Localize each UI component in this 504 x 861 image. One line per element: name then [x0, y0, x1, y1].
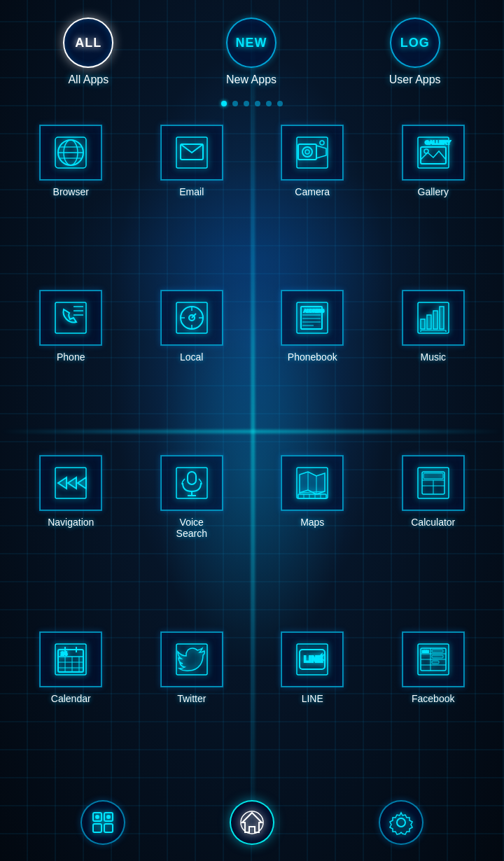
local-icon [174, 300, 210, 336]
svg-point-101 [397, 818, 405, 827]
svg-rect-96 [104, 824, 113, 832]
svg-marker-12 [316, 146, 326, 158]
local-label: Local [180, 351, 203, 363]
svg-point-97 [96, 816, 99, 818]
tab-all-label: All Apps [68, 74, 108, 86]
app-phone[interactable]: Phone [10, 284, 132, 442]
tab-user-label: User Apps [389, 74, 441, 86]
camera-label: Camera [295, 186, 330, 198]
svg-point-16 [424, 149, 428, 153]
line-icon-wrap: LINE [281, 631, 344, 687]
svg-point-11 [305, 150, 309, 154]
maps-icon-wrap [281, 455, 344, 511]
dot-1 [221, 101, 227, 106]
browser-icon [52, 134, 89, 171]
svg-rect-57 [298, 494, 326, 498]
svg-rect-68 [55, 644, 86, 675]
app-email[interactable]: Email [132, 119, 253, 277]
svg-text:■■■: ■■■ [422, 649, 428, 653]
svg-marker-47 [68, 477, 76, 489]
voice-search-icon [174, 465, 210, 501]
phonebook-label: Phonebook [288, 351, 337, 363]
dot-5 [266, 101, 272, 106]
svg-marker-99 [242, 813, 262, 832]
voice-search-label: VoiceSearch [176, 517, 207, 540]
line-label: LINE [302, 693, 323, 705]
tab-user-apps[interactable]: LOG User Apps [389, 18, 441, 86]
dot-3 [244, 101, 249, 106]
maps-icon [294, 465, 330, 501]
facebook-label: Facebook [412, 693, 454, 705]
svg-rect-38 [421, 319, 425, 329]
app-browser[interactable]: Browser [10, 119, 132, 277]
music-icon [415, 300, 451, 336]
app-calculator[interactable]: Calculator [373, 449, 494, 620]
app-calendar[interactable]: 24 Calendar [10, 626, 132, 784]
browser-label: Browser [53, 186, 89, 198]
gallery-label: Gallery [418, 186, 449, 198]
email-label: Email [179, 186, 204, 198]
bottom-settings-button[interactable] [379, 800, 424, 845]
phone-label: Phone [57, 351, 85, 363]
bottom-navigation [0, 791, 504, 861]
tab-user-circle: LOG [390, 18, 440, 68]
svg-marker-48 [78, 477, 86, 489]
email-icon-wrap [160, 125, 223, 181]
gear-icon [388, 810, 414, 835]
app-line[interactable]: LINE LINE [252, 626, 373, 784]
svg-rect-39 [427, 315, 431, 329]
dot-2 [232, 101, 238, 106]
grid-icon [90, 810, 115, 835]
page-indicators [0, 98, 504, 112]
app-phonebook[interactable]: ADDRESS Phonebook [252, 284, 373, 442]
svg-point-98 [107, 816, 110, 818]
calendar-icon: 24 [52, 641, 89, 678]
music-label: Music [420, 351, 446, 363]
phone-icon [52, 300, 89, 336]
phone-icon-wrap [39, 290, 102, 346]
camera-icon [294, 134, 330, 171]
app-voice-search[interactable]: VoiceSearch [132, 449, 253, 620]
svg-rect-90 [432, 650, 443, 652]
svg-point-13 [320, 141, 324, 145]
apps-grid: Browser Email [0, 112, 504, 791]
tab-bar: ALL All Apps NEW New Apps LOG User Apps [0, 0, 504, 98]
app-facebook[interactable]: ■■■ Facebook [373, 626, 494, 784]
svg-marker-46 [58, 477, 66, 489]
dot-4 [255, 101, 260, 106]
app-camera[interactable]: Camera [252, 119, 373, 277]
calculator-label: Calculator [411, 517, 455, 528]
calendar-icon-wrap: 24 [39, 631, 102, 687]
app-music[interactable]: Music [373, 284, 494, 442]
svg-rect-41 [440, 307, 444, 329]
camera-icon-wrap [281, 125, 344, 181]
bottom-apps-button[interactable] [80, 800, 125, 845]
tab-new-circle: NEW [226, 18, 276, 68]
app-maps[interactable]: Maps [252, 449, 373, 620]
phonebook-icon-wrap: ADDRESS [281, 290, 344, 346]
tab-all-apps[interactable]: ALL All Apps [63, 18, 113, 86]
navigation-icon [52, 465, 89, 501]
svg-rect-95 [93, 824, 102, 832]
app-gallery[interactable]: GALLERY Gallery [373, 119, 494, 277]
dot-6 [277, 101, 283, 106]
tab-new-apps[interactable]: NEW New Apps [226, 18, 276, 86]
twitter-icon-wrap [160, 631, 223, 687]
calculator-icon [415, 465, 451, 501]
calendar-label: Calendar [51, 693, 91, 705]
app-local[interactable]: Local [132, 284, 253, 442]
tab-new-label: New Apps [226, 74, 276, 86]
local-icon-wrap [160, 290, 223, 346]
twitter-icon [174, 641, 210, 678]
email-icon [174, 134, 210, 171]
tab-all-circle: ALL [63, 18, 113, 68]
browser-icon-wrap [39, 125, 102, 181]
svg-rect-40 [433, 311, 438, 329]
line-icon: LINE [294, 641, 330, 678]
app-navigation[interactable]: Navigation [10, 449, 132, 620]
gallery-icon-wrap: GALLERY [402, 125, 465, 181]
app-twitter[interactable]: Twitter [132, 626, 253, 784]
main-container: ALL All Apps NEW New Apps LOG User Apps [0, 0, 504, 861]
bottom-home-button[interactable] [230, 800, 274, 845]
facebook-icon: ■■■ [415, 641, 451, 678]
